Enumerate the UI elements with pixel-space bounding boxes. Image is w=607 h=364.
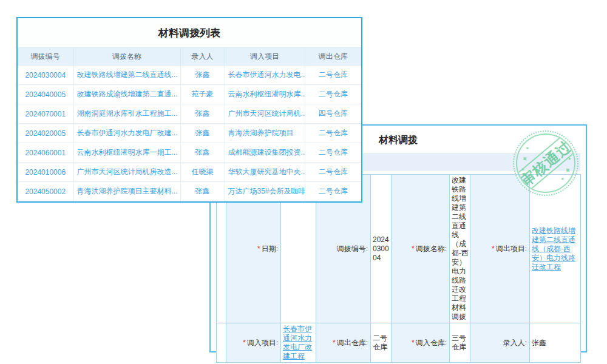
table-cell: 广州市天河区统计局机房改造... — [73, 163, 180, 182]
table-cell: 二号仓库 — [305, 143, 361, 163]
table-cell: 二号仓库 — [305, 124, 361, 143]
table-cell: 2024050002 — [18, 182, 73, 201]
out-warehouse-label: *调出仓库: — [316, 323, 371, 363]
column-header: 调入项目 — [225, 48, 305, 66]
table-row[interactable]: 2024020005长春市伊通河水力发电厂改建...张鑫青海洪湖养护院项目二号仓… — [18, 124, 361, 143]
in-project-link[interactable]: 长春市伊通河水力发电厂改建工程 — [283, 325, 312, 360]
table-cell: 广州市天河区统计局机... — [225, 104, 305, 124]
out-warehouse-value: 二号仓库 — [371, 323, 392, 363]
column-header: 调出仓库 — [305, 48, 361, 66]
table-cell: 改建铁路线增建第二线直通线... — [73, 66, 180, 85]
entry-by-value: 张鑫 — [530, 323, 581, 363]
required-asterisk: * — [492, 244, 495, 253]
transfer-name-label: *调拨名称: — [392, 175, 450, 323]
form-row-2: *调入项目: 长春市伊通河水力发电厂改建工程 *调出仓库: 二号仓库 *调入仓库… — [217, 323, 581, 363]
table-cell: 二号仓库 — [305, 66, 361, 85]
table-cell: 张鑫 — [180, 66, 225, 85]
transfer-form-table: *日期: 调拨编号: 2024030004 *调拨名称: 改建铁路线增建第二线直… — [216, 174, 581, 363]
column-header: 录入人 — [180, 48, 225, 66]
table-row[interactable]: 2024010006广州市天河区统计局机房改造...任晓渠华软大厦研究基地中央.… — [18, 163, 361, 182]
required-asterisk: * — [257, 244, 260, 253]
list-body: 2024030004改建铁路线增建第二线直通线...张鑫长春市伊通河水力发电..… — [18, 66, 361, 201]
table-cell: 张鑫 — [180, 143, 225, 163]
table-row[interactable]: 2024050002青海洪湖养护院项目主要材料...张鑫万达广场35#会所及咖啡… — [18, 182, 361, 201]
table-cell: 云南水利枢纽潜明水库一期工... — [73, 143, 180, 163]
table-cell: 2024060001 — [18, 143, 73, 163]
in-project-value: 长春市伊通河水力发电厂改建工程 — [281, 323, 316, 363]
table-cell: 苑子豪 — [180, 85, 225, 104]
table-cell: 2024020005 — [18, 124, 73, 143]
transfer-name-value: 改建铁路线增建第二线直通线（成都-西安）电力线路迁改工程材料调拨 — [450, 175, 470, 323]
table-cell: 华软大厦研究基地中央... — [225, 163, 305, 182]
column-header: 调拨名称 — [73, 48, 180, 66]
table-cell: 万达广场35#会所及咖啡... — [225, 182, 305, 201]
table-row[interactable]: 2024040005改建铁路成渝线增建第二直通...苑子豪云南水利枢纽潜明水库.… — [18, 85, 361, 104]
table-cell: 2024070001 — [18, 104, 73, 124]
table-cell: 2024010006 — [18, 163, 73, 182]
table-cell: 2024040005 — [18, 85, 73, 104]
table-cell: 二号仓库 — [305, 85, 361, 104]
table-cell: 青海洪湖养护院项目主要材料... — [73, 182, 180, 201]
table-cell: 张鑫 — [180, 124, 225, 143]
table-cell: 二号仓库 — [305, 163, 361, 182]
in-warehouse-label: *调入仓库: — [392, 323, 450, 363]
required-asterisk: * — [412, 339, 415, 347]
in-project-label: *调入项目: — [226, 323, 281, 363]
table-cell: 四号仓库 — [305, 104, 361, 124]
table-row[interactable]: 2024070001湖南洞庭湖水库引水工程施工...张鑫广州市天河区统计局机..… — [18, 104, 361, 124]
table-cell: 长春市伊通河水力发电... — [225, 66, 305, 85]
transfer-number-value: 2024030004 — [371, 175, 392, 323]
out-project-link[interactable]: 改建铁路线增建第二线直通线（成都-西安）电力线路迁改工程 — [532, 226, 575, 271]
in-warehouse-value: 三号仓库 — [450, 323, 470, 363]
transfer-list-panel: 材料调拨列表 调拨编号调拨名称录入人调入项目调出仓库 2024030004改建铁… — [16, 17, 362, 203]
out-project-value: 改建铁路线增建第二线直通线（成都-西安）电力线路迁改工程 — [530, 175, 581, 323]
table-cell: 2024030004 — [18, 66, 73, 85]
table-cell: 任晓渠 — [180, 163, 225, 182]
table-row[interactable]: 2024060001云南水利枢纽潜明水库一期工...张鑫成都能源建设集团投资..… — [18, 143, 361, 163]
required-asterisk: * — [412, 244, 415, 253]
table-row[interactable]: 2024030004改建铁路线增建第二线直通线...张鑫长春市伊通河水力发电..… — [18, 66, 361, 85]
column-header: 调拨编号 — [18, 48, 73, 66]
required-asterisk: * — [333, 339, 336, 347]
table-cell: 成都能源建设集团投资... — [225, 143, 305, 163]
table-cell: 湖南洞庭湖水库引水工程施工... — [73, 104, 180, 124]
table-cell: 二号仓库 — [305, 182, 361, 201]
list-title: 材料调拨列表 — [18, 18, 361, 47]
out-project-label: *调出项目: — [470, 175, 530, 323]
entry-by-label: 录入人: — [470, 323, 530, 363]
table-cell: 长春市伊通河水力发电厂改建... — [73, 124, 180, 143]
table-cell: 张鑫 — [180, 182, 225, 201]
table-cell: 张鑫 — [180, 104, 225, 124]
table-cell: 改建铁路成渝线增建第二直通... — [73, 85, 180, 104]
required-asterisk: * — [243, 339, 246, 347]
table-cell: 青海洪湖养护院项目 — [225, 124, 305, 143]
list-header-row: 调拨编号调拨名称录入人调入项目调出仓库 — [18, 48, 361, 66]
transfer-list-table: 调拨编号调拨名称录入人调入项目调出仓库 2024030004改建铁路线增建第二线… — [18, 47, 361, 201]
table-cell: 云南水利枢纽潜明水库... — [225, 85, 305, 104]
spacer-cell — [217, 323, 226, 363]
